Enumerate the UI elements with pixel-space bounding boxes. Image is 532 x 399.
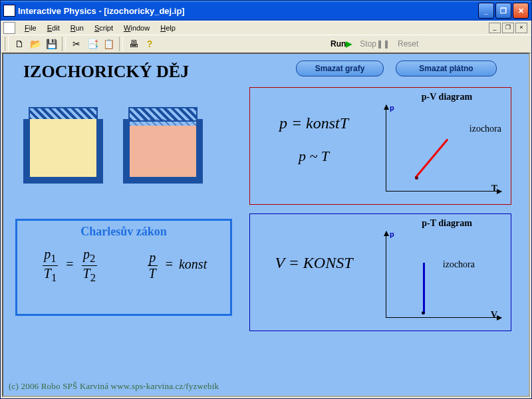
mdi-minimize-button[interactable]: _	[489, 23, 501, 33]
pv-diagram-box: p = konstT p ~ T p-V diagram p T izochor…	[249, 87, 511, 205]
app-icon	[3, 5, 15, 17]
stop-button[interactable]: Stop	[360, 39, 376, 49]
menu-bar: FFileile Edit Run Script Window Help _ ❐…	[1, 21, 531, 35]
page-title: IZOCHORICKÝ DĚJ	[23, 62, 189, 82]
menu-file[interactable]: FFileile	[19, 23, 42, 33]
print-icon: 🖶	[129, 39, 138, 49]
help-button[interactable]: ?	[142, 37, 157, 51]
play-icon: ▶	[346, 39, 352, 49]
pt-diagram-title: p-T diagram	[390, 218, 504, 229]
footer-credit: (c) 2006 Robo SPŠ Karviná www.sps-karvin…	[9, 381, 219, 392]
toolbar-separator	[5, 37, 9, 51]
container-1: p1–V–T1	[23, 107, 103, 184]
paste-button[interactable]: 📋	[101, 37, 116, 51]
cut-button[interactable]: ✂	[69, 37, 84, 51]
menu-script[interactable]: Script	[89, 23, 118, 33]
workspace: IZOCHORICKÝ DĚJ Smazat grafy Smazat plát…	[2, 53, 530, 397]
pt-y-label: p	[390, 230, 394, 238]
save-button[interactable]: 💾	[44, 37, 59, 51]
cut-icon: ✂	[72, 39, 80, 49]
pt-formula: V = KONST	[254, 254, 374, 272]
pv-x-axis	[386, 191, 501, 192]
copy-icon: 📑	[87, 39, 98, 49]
new-button[interactable]: 🗋	[12, 37, 27, 51]
open-button[interactable]: 📂	[28, 37, 43, 51]
toolbar-separator	[62, 37, 66, 51]
pv-y-axis	[386, 105, 386, 192]
mdi-close-button[interactable]: ×	[515, 23, 527, 33]
law-formula-const: pT = konst	[146, 250, 207, 281]
vessel-1	[23, 119, 103, 184]
pt-x-axis	[386, 317, 501, 318]
pv-isochore-line	[415, 139, 449, 178]
pt-isochore-label: izochora	[443, 259, 475, 270]
container-2: p2–V–T2	[123, 107, 203, 184]
save-icon: 💾	[46, 39, 57, 49]
clear-canvas-button[interactable]: Smazat plátno	[396, 61, 497, 76]
gas-fill-2	[130, 126, 196, 177]
pause-icon: ❚❚	[376, 39, 390, 49]
law-formula-ratio: p1T1 = p2T2	[41, 247, 99, 285]
app-small-icon	[3, 22, 15, 34]
pv-isochore-label: izochora	[469, 124, 501, 134]
menu-help[interactable]: Help	[155, 23, 181, 33]
open-icon: 📂	[30, 39, 41, 49]
maximize-button[interactable]: ❐	[495, 3, 511, 19]
pv-y-label: p	[390, 104, 394, 112]
app-window: Interactive Physics - [izochoricky_dej.i…	[0, 0, 532, 399]
pv-origin-point	[415, 176, 418, 180]
copy-button[interactable]: 📑	[85, 37, 100, 51]
new-icon: 🗋	[15, 39, 24, 49]
close-button[interactable]: ✕	[513, 3, 529, 19]
title-bar: Interactive Physics - [izochoricky_dej.i…	[1, 1, 531, 21]
mdi-controls: _ ❐ ×	[489, 23, 529, 33]
menu-edit[interactable]: Edit	[42, 23, 65, 33]
pt-origin-point	[422, 311, 425, 315]
pv-formula-2: p ~ T	[254, 148, 374, 165]
window-controls: _ ❐ ✕	[478, 3, 529, 19]
reset-button[interactable]: Reset	[398, 39, 418, 49]
law-formulas: p1T1 = p2T2 pT = konst	[17, 247, 230, 285]
menu-run[interactable]: Run	[65, 23, 89, 33]
menu-window[interactable]: Window	[118, 23, 155, 33]
sim-control-group: Run▶ Stop❚❚ Reset	[331, 39, 418, 49]
pt-plot: p V izochora	[376, 231, 501, 325]
pt-isochore-line	[423, 263, 425, 313]
law-title: Charlesův zákon	[17, 225, 230, 239]
window-title: Interactive Physics - [izochoricky_dej.i…	[18, 6, 478, 16]
print-button[interactable]: 🖶	[126, 37, 141, 51]
pv-formula-1: p = konstT	[254, 114, 374, 132]
pt-y-axis	[386, 231, 386, 318]
gas-fill-1	[30, 119, 96, 177]
toolbar: 🗋 📂 💾 ✂ 📑 📋 🖶 ? Run▶ Stop❚❚ Reset	[1, 35, 531, 53]
run-button[interactable]: Run	[331, 39, 346, 49]
toolbar-separator	[119, 37, 123, 51]
pv-x-label: T	[491, 184, 497, 194]
pt-diagram-box: V = KONST p-T diagram p V izochora	[249, 213, 511, 331]
minimize-button[interactable]: _	[478, 3, 494, 19]
help-icon: ?	[147, 39, 153, 49]
pt-x-label: V	[491, 310, 497, 321]
clear-graphs-button[interactable]: Smazat grafy	[296, 61, 384, 76]
mdi-restore-button[interactable]: ❐	[502, 23, 514, 33]
pv-plot: p T izochora	[376, 105, 501, 198]
charles-law-box: Charlesův zákon p1T1 = p2T2 pT = konst	[15, 219, 232, 316]
paste-icon: 📋	[103, 39, 114, 49]
pv-diagram-title: p-V diagram	[390, 92, 504, 102]
vessel-2	[123, 119, 203, 184]
